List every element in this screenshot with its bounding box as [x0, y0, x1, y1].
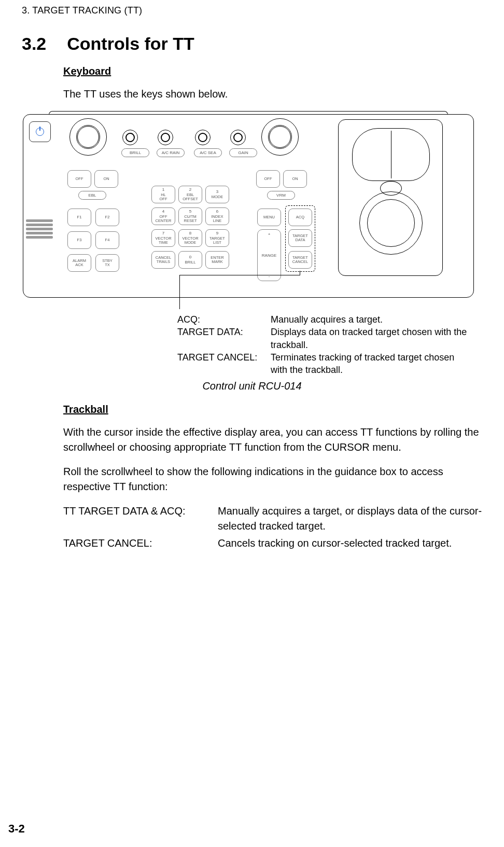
key-0[interactable]: 0BRILL — [178, 251, 202, 269]
key-5-n: 5 — [189, 210, 191, 214]
key-9-n: 9 — [216, 231, 218, 235]
key-2-n: 2 — [189, 188, 191, 192]
key-0-l1: BRILL — [185, 260, 196, 265]
label-ebl: EBL — [78, 191, 106, 200]
leader-line-v — [179, 275, 180, 309]
callout-td-text: Displays data on tracked target chosen w… — [271, 326, 468, 351]
key-6[interactable]: 6INDEXLINE — [205, 207, 229, 225]
def-2-label: TARGET CANCEL: — [63, 536, 208, 551]
key-2-l2: OFFSET — [183, 197, 198, 201]
key-0-n: 0 — [189, 255, 191, 259]
key-alarm-ack-l2: ACK — [75, 263, 83, 267]
key-enter-l2: MARK — [212, 260, 223, 264]
key-1[interactable]: 1HLOFF — [151, 186, 175, 203]
section-heading: 3.2 Controls for TT — [22, 34, 482, 54]
running-head: 3. TARGET TRACKING (TT) — [22, 5, 482, 16]
key-9-l2: LIST — [213, 241, 221, 245]
subheading-trackball: Trackball — [63, 404, 482, 415]
label-vrm: VRM — [267, 191, 295, 200]
subheading-keyboard: Keyboard — [63, 65, 482, 77]
key-7-l2: TIME — [159, 241, 168, 245]
leader-line-h — [179, 275, 300, 275]
def-1-text: Manually acquires a target, or displays … — [218, 504, 482, 534]
knob-ac-sea[interactable]: A/C SEA — [194, 118, 212, 157]
key-6-l2: LINE — [213, 219, 222, 223]
key-4-n: 4 — [162, 210, 164, 214]
key-4[interactable]: 4OFFCENTER — [151, 207, 175, 225]
range-label: RANGE — [262, 253, 276, 258]
key-range[interactable]: + RANGE - — [257, 229, 281, 281]
key-9[interactable]: 9TARGETLIST — [205, 229, 229, 247]
leader-line-stub — [300, 271, 300, 275]
page-number: 3-2 — [8, 822, 25, 836]
trackball-buttons[interactable] — [352, 128, 430, 181]
key-7[interactable]: 7VECTORTIME — [151, 229, 175, 247]
power-icon — [36, 128, 44, 136]
label-gain: GAIN — [229, 148, 257, 157]
key-2[interactable]: 2EBLOFFSET — [178, 186, 202, 203]
key-4-l2: CENTER — [156, 219, 172, 223]
key-stby-tx[interactable]: STBY TX — [95, 254, 119, 272]
knob-large-left[interactable] — [69, 118, 106, 158]
control-panel-figure: BRILL A/C RAIN A/C SEA GAIN OFF ON EBL — [23, 111, 474, 298]
key-ebl-off[interactable]: OFF — [67, 170, 91, 188]
key-menu[interactable]: MENU — [257, 209, 281, 226]
key-cancel-l2: TRAILS — [157, 260, 170, 264]
key-f3[interactable]: F3 — [67, 231, 91, 249]
key-f4[interactable]: F4 — [95, 231, 119, 249]
knob-large-right[interactable] — [261, 118, 298, 158]
key-5-l2: RESET — [184, 219, 197, 223]
key-3-n: 3 — [216, 190, 218, 194]
key-stby-tx-l2: TX — [105, 263, 110, 267]
knob-gain[interactable]: GAIN — [229, 118, 247, 157]
key-f1[interactable]: F1 — [67, 209, 91, 226]
knob-ac-rain[interactable]: A/C RAIN — [157, 118, 174, 157]
key-enter-mark[interactable]: ENTERMARK — [205, 251, 229, 269]
callout-td-label: TARGET DATA: — [177, 326, 265, 351]
trackball-p1: With the cursor inside the effective dis… — [63, 425, 482, 455]
definitions: TT TARGET DATA & ACQ: Manually acquires … — [63, 504, 482, 551]
key-8[interactable]: 8VECTORMODE — [178, 229, 202, 247]
key-1-l2: OFF — [160, 197, 167, 201]
key-1-n: 1 — [162, 188, 164, 192]
power-button[interactable] — [29, 121, 51, 142]
callout-tc-text: Terminates tracking of tracked target ch… — [271, 351, 468, 377]
range-plus: + — [268, 232, 271, 237]
key-3[interactable]: 3MODE — [205, 186, 229, 203]
speaker-grille — [26, 218, 53, 240]
callout-block: ACQ: Manually acquires a target. TARGET … — [177, 313, 468, 376]
key-vrm-on[interactable]: ON — [283, 170, 307, 188]
key-3-l1: MODE — [212, 195, 223, 199]
def-1-label: TT TARGET DATA & ACQ: — [63, 504, 208, 534]
tt-keys-highlight — [285, 205, 315, 272]
intro-keyboard: The TT uses the keys shown below. — [63, 87, 482, 102]
figure-caption: Control unit RCU-014 — [22, 380, 482, 392]
trackball-p2: Roll the scrollwheel to show the followi… — [63, 464, 482, 494]
label-brill: BRILL — [121, 148, 149, 157]
key-vrm-off[interactable]: OFF — [256, 170, 280, 188]
key-6-n: 6 — [216, 210, 218, 214]
callout-tc-label: TARGET CANCEL: — [177, 351, 265, 377]
key-ebl-on[interactable]: ON — [94, 170, 118, 188]
key-f2[interactable]: F2 — [95, 209, 119, 226]
section-number: 3.2 — [22, 34, 46, 54]
knob-brill[interactable]: BRILL — [121, 118, 139, 157]
trackball-module — [334, 119, 443, 276]
key-8-l2: MODE — [185, 241, 197, 245]
key-alarm-ack[interactable]: ALARM ACK — [67, 254, 91, 272]
trackball[interactable] — [359, 191, 423, 255]
key-7-n: 7 — [162, 231, 164, 235]
callout-acq-label: ACQ: — [177, 313, 265, 326]
label-ac-rain: A/C RAIN — [157, 148, 185, 157]
def-2-text: Cancels tracking on cursor-selected trac… — [218, 536, 482, 551]
key-5[interactable]: 5CU/TMRESET — [178, 207, 202, 225]
callout-acq-text: Manually acquires a target. — [271, 313, 468, 326]
key-8-n: 8 — [189, 231, 191, 235]
section-title: Controls for TT — [67, 34, 194, 54]
key-cancel-trails[interactable]: CANCELTRAILS — [151, 251, 175, 269]
label-ac-sea: A/C SEA — [194, 148, 222, 157]
